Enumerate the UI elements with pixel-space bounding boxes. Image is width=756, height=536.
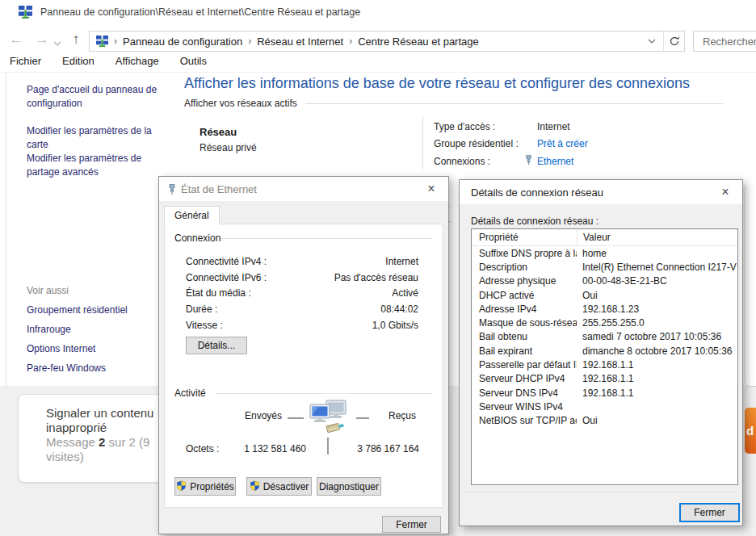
table-header: Propriété Valeur: [472, 229, 737, 246]
table-row[interactable]: Bail expirant dimanche 8 octobre 2017 10…: [472, 344, 737, 358]
menu-item[interactable]: Outils: [180, 55, 207, 73]
ethernet-connection-link[interactable]: Ethernet: [537, 156, 573, 167]
connection-row: Durée : 08:44:02: [186, 301, 418, 317]
sidebar-link[interactable]: Infrarouge: [27, 323, 161, 337]
table-row[interactable]: Suffixe DNS propre à la ... home: [472, 246, 737, 260]
sidebar-item-sharing-settings[interactable]: Modifier les paramètres de partage avanc…: [27, 152, 161, 179]
connection-row: Connectivité IPv6 : Pas d'accès réseau: [186, 270, 418, 286]
breadcrumb-item[interactable]: Réseau et Internet: [257, 36, 343, 48]
breadcrumb-separator-icon: ›: [242, 36, 257, 47]
address-bar[interactable]: › Panneau de configuration › Réseau et I…: [89, 31, 685, 52]
section-rule: [305, 103, 723, 104]
see-also-label: Voir aussi: [27, 285, 69, 296]
connection-group-label: Connexion: [174, 232, 220, 244]
back-icon[interactable]: ←: [6, 31, 26, 48]
table-row[interactable]: Description Intel(R) Ethernet Connection…: [472, 260, 737, 274]
breadcrumb-item[interactable]: Centre Réseau et partage: [358, 36, 479, 48]
value-cell: Intel(R) Ethernet Connection I217-V: [577, 262, 737, 273]
value-cell: samedi 7 octobre 2017 10:05:36: [577, 331, 737, 342]
sidebar-link[interactable]: Groupement résidentiel: [27, 304, 161, 317]
details-table: Propriété Valeur Suffixe DNS propre à la…: [471, 228, 738, 485]
close-button[interactable]: Fermer: [679, 503, 740, 522]
table-row[interactable]: Masque de sous-réseau ... 255.255.255.0: [472, 316, 737, 329]
row-value: 08:44:02: [380, 304, 418, 315]
value-cell: home: [577, 248, 737, 259]
address-dropdown-icon[interactable]: [640, 39, 663, 44]
network-icon: [96, 36, 108, 48]
breadcrumb-separator-icon: ›: [108, 36, 123, 47]
dialog-title-bar: Détails de connexion réseau ×: [460, 180, 742, 204]
close-icon[interactable]: ×: [414, 177, 448, 201]
menu-item[interactable]: Fichier: [10, 55, 41, 73]
table-row[interactable]: Bail obtenu samedi 7 octobre 2017 10:05:…: [472, 330, 737, 344]
sidebar-link[interactable]: Pare-feu Windows: [27, 362, 161, 375]
table-row[interactable]: DHCP activé Oui: [472, 288, 737, 302]
property-cell: Passerelle par défaut IPv4: [472, 359, 577, 371]
ethernet-icon: [166, 183, 178, 195]
value-cell: 255.255.255.0: [577, 317, 737, 329]
property-cell: Serveur WINS IPv4: [472, 401, 577, 412]
connection-row: État du média : Activé: [186, 286, 418, 302]
close-button[interactable]: Fermer: [382, 516, 441, 533]
value-cell: 00-00-48-3E-21-BC: [577, 275, 737, 287]
up-icon[interactable]: ↑: [66, 31, 86, 48]
row-value: 1,0 Gbits/s: [372, 320, 418, 331]
search-input[interactable]: [693, 31, 756, 52]
table-row[interactable]: Serveur DHCP IPv4 192.168.1.1: [472, 372, 737, 386]
bytes-label: Octets :: [186, 443, 219, 454]
sidebar-item-home[interactable]: Page d'accueil du panneau de configurati…: [27, 83, 161, 111]
report-content-link[interactable]: Signaler un contenu inapproprié: [46, 406, 166, 435]
shield-icon: [250, 480, 260, 493]
chevron-down-icon[interactable]: [53, 37, 61, 48]
table-row[interactable]: Passerelle par défaut IPv4 192.168.1.1: [472, 358, 737, 371]
table-row[interactable]: Adresse physique 00-00-48-3E-21-BC: [472, 274, 737, 288]
property-cell: Description: [472, 262, 577, 273]
table-row[interactable]: Adresse IPv4 192.168.1.23: [472, 302, 737, 316]
row-value: Activé: [392, 287, 418, 299]
tab-general[interactable]: Général: [164, 206, 220, 224]
property-cell: NetBIOS sur TCP/IP act...: [472, 415, 577, 426]
access-type-label: Type d'accès :: [434, 121, 495, 132]
footer-divider: [464, 492, 737, 492]
sidebar-item-adapter-settings[interactable]: Modifier les paramètres de la carte: [27, 124, 161, 152]
row-label: Connectivité IPv6 :: [186, 272, 267, 283]
value-cell: Oui: [577, 415, 737, 426]
sidebar-see-also-links: Groupement résidentielInfrarougeOptions …: [27, 304, 161, 381]
ethernet-icon: [523, 154, 534, 168]
received-label: Reçus: [388, 410, 416, 421]
column-value[interactable]: Valeur: [577, 229, 737, 245]
computers-icon: [307, 399, 351, 442]
bytes-sent-value: 1 132 581 460: [228, 443, 306, 454]
table-row[interactable]: NetBIOS sur TCP/IP act... Oui: [472, 414, 737, 428]
value-cell: 192.168.1.1: [577, 359, 737, 371]
connection-row: Connectivité IPv4 : Internet: [186, 253, 418, 270]
sent-label: Envoyés: [245, 410, 282, 421]
row-label: État du média :: [186, 287, 251, 299]
value-cell: 192.168.1.1: [577, 373, 737, 384]
sidebar-link[interactable]: Options Internet: [27, 342, 161, 356]
forward-icon[interactable]: →: [32, 31, 52, 48]
diagnose-button[interactable]: Diagnostiquer: [317, 477, 381, 496]
breadcrumb-item[interactable]: Panneau de configuration: [123, 36, 242, 48]
column-property[interactable]: Propriété: [472, 229, 577, 245]
access-type-value: Internet: [537, 121, 570, 132]
properties-button[interactable]: Propriétés: [174, 477, 236, 496]
details-list-label: Détails de connexion réseau :: [471, 216, 598, 227]
homegroup-link[interactable]: Prêt à créer: [537, 138, 588, 149]
network-name: Réseau: [200, 126, 237, 138]
page-title: Afficher les informations de base de vot…: [184, 75, 690, 92]
details-button[interactable]: Détails...: [186, 337, 247, 354]
property-cell: Adresse physique: [472, 275, 577, 287]
table-row[interactable]: Serveur WINS IPv4: [472, 400, 737, 413]
property-cell: Suffixe DNS propre à la ...: [472, 248, 577, 259]
table-row[interactable]: Serveur DNS IPv4 192.168.1.1: [472, 386, 737, 400]
refresh-icon[interactable]: [663, 31, 684, 51]
close-icon[interactable]: ×: [708, 180, 742, 204]
disable-button[interactable]: Désactiver: [246, 477, 312, 496]
menu-item[interactable]: Affichage: [116, 55, 159, 73]
row-label: Vitesse :: [186, 320, 223, 331]
menu-item[interactable]: Edition: [62, 55, 94, 73]
value-cell: 192.168.1.1: [577, 387, 737, 399]
orange-button-fragment[interactable]: d: [745, 408, 756, 454]
dialog-title: État de Ethernet: [181, 183, 257, 195]
